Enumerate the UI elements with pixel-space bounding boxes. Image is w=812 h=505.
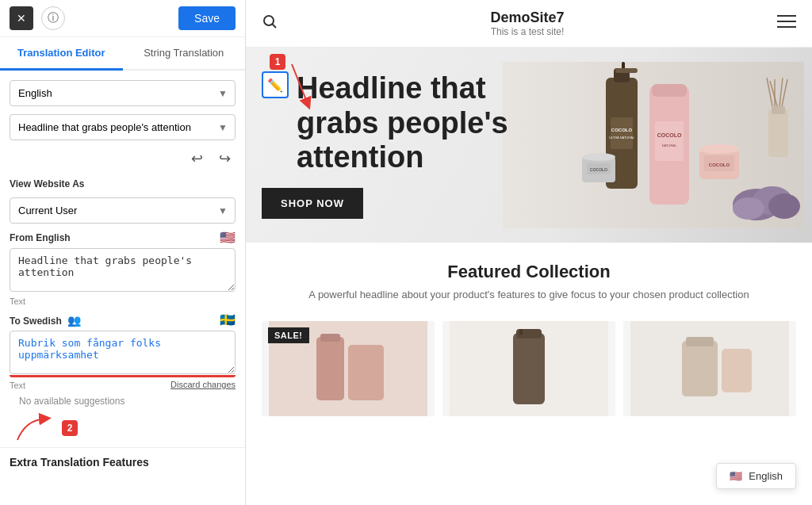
save-button[interactable]: Save <box>178 6 236 30</box>
svg-point-36 <box>733 197 764 220</box>
svg-rect-44 <box>519 329 523 335</box>
search-icon <box>262 13 278 29</box>
left-panel: ✕ ⓘ Save Translation Editor String Trans… <box>0 0 246 505</box>
svg-text:COCOLO: COCOLO <box>709 163 730 167</box>
english-badge-label: English <box>749 470 783 482</box>
view-as-select[interactable]: Current User Visitor Admin <box>10 197 236 224</box>
annotation-1-area: 1 <box>270 54 285 70</box>
info-button[interactable]: ⓘ <box>41 6 65 30</box>
to-swedish-type-label: Text <box>10 381 25 390</box>
annotation-badge-2: 2 <box>62 420 78 436</box>
product-grid: SALE! <box>246 313 812 424</box>
site-name: DemoSite7 <box>278 10 777 26</box>
from-english-section: From English 🇺🇸 Headline that grabs peop… <box>0 230 245 306</box>
svg-text:COCOLO: COCOLO <box>590 167 607 172</box>
svg-rect-26 <box>768 109 788 157</box>
tab-string-translation[interactable]: String Translation <box>123 37 246 71</box>
svg-text:COCOLO: COCOLO <box>611 128 633 132</box>
close-icon: ✕ <box>17 12 26 25</box>
shop-now-button[interactable]: SHOP NOW <box>262 188 363 219</box>
to-swedish-label: To Swedish 👥 <box>10 314 81 327</box>
to-swedish-section: To Swedish 👥 🇸🇪 Rubrik som fångar folks … <box>0 312 245 390</box>
annotation-2-area: 2 <box>0 412 245 444</box>
hero-products-illustration: COCOLO ULTRA NATURAL COCOLO NATURAL COCO… <box>503 62 804 228</box>
site-header: DemoSite7 This is a test site! <box>246 0 812 48</box>
svg-rect-10 <box>611 117 633 149</box>
svg-rect-48 <box>722 349 752 392</box>
language-select[interactable]: English Swedish French <box>10 80 236 106</box>
english-badge[interactable]: 🇺🇸 English <box>716 463 796 489</box>
annotation-badge-1: 1 <box>270 54 285 70</box>
featured-section: Featured Collection A powerful headline … <box>246 243 812 313</box>
language-select-wrapper: English Swedish French ▼ <box>10 80 236 106</box>
svg-line-1 <box>273 25 277 29</box>
string-select[interactable]: Headline that grabs people's attention <box>10 114 236 140</box>
svg-text:ULTRA NATURAL: ULTRA NATURAL <box>609 136 635 140</box>
svg-text:COCOLO: COCOLO <box>657 132 682 138</box>
view-website-as-section: View Website As Current User Visitor Adm… <box>0 178 245 230</box>
svg-rect-15 <box>655 121 684 161</box>
svg-point-19 <box>582 153 615 161</box>
svg-rect-42 <box>513 333 545 404</box>
from-english-textarea[interactable]: Headline that grabs people's attention <box>10 248 236 292</box>
english-flag-badge-icon: 🇺🇸 <box>730 470 742 482</box>
main-area: DemoSite7 This is a test site! 1 <box>246 0 812 505</box>
swedish-flag-icon: 🇸🇪 <box>220 312 236 327</box>
panel-content: English Swedish French ▼ Headline that g… <box>0 71 245 178</box>
string-select-wrapper: Headline that grabs people's attention ▼ <box>10 114 236 140</box>
people-icon: 👥 <box>67 314 81 327</box>
top-bar: ✕ ⓘ Save <box>0 0 245 37</box>
view-as-select-wrapper: Current User Visitor Admin ▼ <box>10 197 236 224</box>
product-card-3-image <box>623 321 796 416</box>
svg-rect-46 <box>682 341 718 396</box>
extra-features-header: Extra Translation Features <box>0 447 245 473</box>
svg-rect-40 <box>348 345 384 400</box>
svg-rect-47 <box>686 337 714 346</box>
site-title-area: DemoSite7 This is a test site! <box>278 10 777 37</box>
to-swedish-textarea[interactable]: Rubrik som fångar folks uppmärksamhet <box>10 331 236 374</box>
featured-subtitle: A powerful headline about your product's… <box>291 289 767 300</box>
pencil-icon: ✏️ <box>267 78 283 93</box>
discard-changes-button[interactable]: Discard changes <box>170 380 236 389</box>
info-icon: ⓘ <box>48 11 59 25</box>
svg-rect-27 <box>772 106 785 114</box>
tabs: Translation Editor String Translation <box>0 37 245 71</box>
to-swedish-header: To Swedish 👥 🇸🇪 <box>10 312 236 327</box>
from-english-label: From English <box>10 232 71 243</box>
undo-button[interactable]: ↩ <box>186 148 208 169</box>
product-card-3[interactable] <box>623 321 796 416</box>
view-website-as-label: View Website As <box>10 178 236 189</box>
tab-translation-editor[interactable]: Translation Editor <box>0 37 123 71</box>
hero-section: ✏️ Headline that grabs people's attentio… <box>246 48 812 243</box>
hero-wrapper: 1 ✏️ Headline that grabs people's attent… <box>246 48 812 243</box>
svg-point-0 <box>264 16 274 25</box>
menu-icon <box>777 13 796 29</box>
product-card-2[interactable] <box>442 321 615 416</box>
svg-rect-9 <box>615 68 638 73</box>
product-card-2-image <box>442 321 615 416</box>
hero-headline: Headline that grabs people's attention <box>297 71 547 175</box>
english-flag-icon: 🇺🇸 <box>220 230 236 245</box>
redo-button[interactable]: ↪ <box>214 148 236 169</box>
product-card-1[interactable]: SALE! <box>262 321 435 416</box>
sale-badge: SALE! <box>268 327 309 343</box>
from-english-type-label: Text <box>10 296 236 306</box>
svg-text:NATURAL: NATURAL <box>662 143 677 147</box>
svg-rect-39 <box>320 334 340 342</box>
svg-rect-14 <box>652 84 687 97</box>
search-button[interactable] <box>262 13 278 33</box>
undo-redo-row: ↩ ↪ <box>10 148 236 169</box>
from-english-header: From English 🇺🇸 <box>10 230 236 245</box>
menu-button[interactable] <box>777 13 796 34</box>
svg-point-23 <box>699 144 739 154</box>
svg-rect-38 <box>316 337 344 400</box>
no-suggestions-text: No available suggestions <box>10 392 134 410</box>
edit-pencil-button[interactable]: ✏️ <box>262 71 289 98</box>
svg-point-35 <box>768 193 800 219</box>
featured-title: Featured Collection <box>262 262 796 282</box>
hero-text-area: ✏️ Headline that grabs people's attentio… <box>262 71 547 219</box>
close-button[interactable]: ✕ <box>10 6 33 30</box>
annotation-2-arrow <box>10 412 57 444</box>
site-subtitle: This is a test site! <box>278 26 777 37</box>
